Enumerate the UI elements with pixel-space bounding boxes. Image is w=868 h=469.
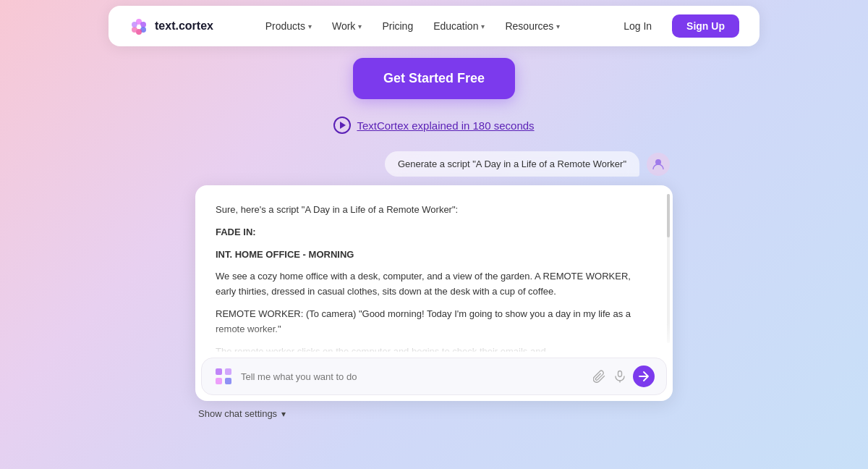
chat-box: Sure, here's a script "A Day in a Life o…: [195, 185, 673, 401]
chat-line-2: INT. HOME OFFICE - MORNING: [216, 248, 652, 263]
nav-item-education-label: Education: [433, 20, 478, 32]
chat-input[interactable]: [241, 371, 585, 382]
nav-item-pricing[interactable]: Pricing: [373, 16, 422, 36]
nav-item-resources[interactable]: Resources ▾: [496, 16, 569, 36]
svg-rect-9: [225, 368, 231, 375]
nav-item-work-label: Work: [332, 20, 355, 32]
user-message-text: Generate a script "A Day in a Life of a …: [385, 151, 639, 177]
user-avatar: [647, 153, 670, 176]
nav-actions: Log In Sign Up: [612, 14, 739, 38]
nav-item-products[interactable]: Products ▾: [257, 16, 320, 36]
nav-item-resources-label: Resources: [505, 20, 553, 32]
chevron-down-icon: ▾: [556, 22, 560, 30]
send-button[interactable]: [633, 366, 655, 387]
logo[interactable]: text.cortex: [129, 16, 213, 36]
main-content: Get Started Free TextCortex explained in…: [0, 58, 868, 419]
play-triangle-icon: [340, 122, 346, 129]
microphone-icon[interactable]: [613, 369, 627, 384]
nav-item-pricing-label: Pricing: [382, 20, 413, 32]
nav-links: Products ▾ Work ▾ Pricing Education ▾ Re…: [257, 16, 569, 36]
textcortex-mini-icon: [213, 366, 234, 386]
nav-item-work[interactable]: Work ▾: [323, 16, 370, 36]
chat-response-intro: Sure, here's a script "A Day in a Life o…: [216, 203, 652, 218]
chat-line-3: We see a cozy home office with a desk, c…: [216, 269, 652, 300]
chevron-down-icon: ▾: [308, 22, 312, 30]
svg-point-5: [132, 22, 137, 28]
chat-content: Sure, here's a script "A Day in a Life o…: [195, 185, 673, 352]
nav-item-education[interactable]: Education ▾: [425, 16, 493, 36]
video-link-text: TextCortex explained in 180 seconds: [357, 119, 534, 132]
chevron-down-icon: ▾: [358, 22, 362, 30]
svg-point-6: [137, 25, 141, 29]
input-actions: [592, 366, 655, 387]
chat-input-area: [201, 358, 667, 395]
chevron-down-icon: ▾: [281, 409, 286, 419]
chat-line-5: The remote worker clicks on the computer…: [216, 345, 652, 352]
video-link[interactable]: TextCortex explained in 180 seconds: [333, 117, 534, 134]
play-icon: [333, 117, 351, 134]
chat-settings-link[interactable]: Show chat settings ▾: [195, 408, 673, 419]
nav-item-products-label: Products: [265, 20, 305, 32]
navbar: text.cortex Products ▾ Work ▾ Pricing Ed…: [109, 6, 760, 46]
get-started-button[interactable]: Get Started Free: [353, 58, 515, 99]
chat-container: Generate a script "A Day in a Life of a …: [195, 151, 673, 419]
logo-text: text.cortex: [155, 20, 213, 33]
svg-rect-11: [225, 378, 231, 384]
svg-rect-10: [216, 378, 222, 384]
chat-line-4: REMOTE WORKER: (To camera) "Good morning…: [216, 307, 652, 337]
user-message-row: Generate a script "A Day in a Life of a …: [195, 151, 673, 177]
svg-point-4: [132, 27, 137, 33]
user-icon: [652, 158, 665, 171]
login-button[interactable]: Log In: [612, 14, 663, 38]
chat-scrollbar[interactable]: [667, 194, 670, 343]
signup-button[interactable]: Sign Up: [672, 14, 739, 38]
svg-rect-8: [216, 368, 222, 375]
chat-text: Sure, here's a script "A Day in a Life o…: [216, 203, 652, 352]
chat-settings-label: Show chat settings: [198, 408, 277, 419]
chevron-down-icon: ▾: [481, 22, 485, 30]
svg-rect-12: [618, 371, 622, 377]
chat-scrollbar-thumb: [667, 194, 670, 237]
attachment-icon[interactable]: [592, 369, 607, 384]
logo-icon: [129, 16, 149, 36]
svg-point-1: [140, 22, 146, 28]
chat-line-1: FADE IN:: [216, 225, 652, 240]
